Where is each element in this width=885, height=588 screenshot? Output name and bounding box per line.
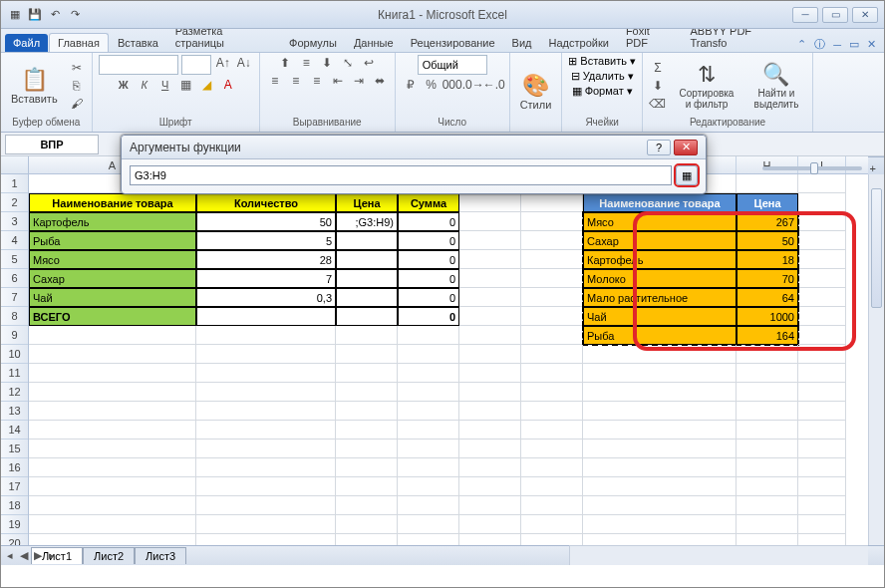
cell[interactable]: ВСЕГО [29, 307, 196, 326]
cell[interactable] [737, 440, 798, 458]
cell[interactable]: Цена [336, 193, 398, 212]
worksheet[interactable]: ABCDEFGHI 123456789101112131415161718192… [1, 156, 884, 565]
vertical-scrollbar[interactable] [868, 174, 884, 545]
cell[interactable]: Сумма [398, 193, 459, 212]
cell[interactable] [196, 515, 336, 534]
cell[interactable] [398, 458, 459, 477]
cell[interactable]: Наименование товара [583, 193, 737, 212]
cell[interactable] [196, 477, 336, 496]
cell[interactable] [798, 269, 846, 288]
cell[interactable]: 0 [398, 212, 459, 231]
cell[interactable] [459, 440, 521, 458]
cell[interactable] [196, 496, 336, 515]
cell[interactable] [336, 231, 398, 250]
cell[interactable]: 70 [737, 269, 798, 288]
cell[interactable] [798, 345, 846, 364]
cell[interactable] [29, 515, 196, 534]
row-header[interactable]: 5 [1, 250, 28, 269]
align-bottom-icon[interactable]: ⬇ [318, 55, 336, 71]
cell[interactable] [196, 421, 336, 440]
cell[interactable]: 28 [196, 250, 336, 269]
cell[interactable] [29, 440, 196, 458]
cell[interactable] [196, 326, 336, 345]
cell[interactable] [798, 174, 846, 193]
cell[interactable] [583, 496, 737, 515]
align-left-icon[interactable]: ≡ [266, 73, 284, 89]
cell[interactable] [398, 421, 459, 440]
cell[interactable] [583, 364, 737, 383]
cell[interactable] [29, 326, 196, 345]
dialog-range-input[interactable] [130, 165, 672, 185]
row-header[interactable]: 4 [1, 231, 28, 250]
row-header[interactable]: 9 [1, 326, 28, 345]
align-center-icon[interactable]: ≡ [287, 73, 305, 89]
cell[interactable] [798, 326, 846, 345]
cell[interactable] [29, 477, 196, 496]
cell[interactable] [583, 440, 737, 458]
cell[interactable] [583, 345, 737, 364]
scrollbar-thumb[interactable] [871, 188, 882, 308]
cell[interactable] [737, 515, 798, 534]
cell[interactable] [459, 458, 521, 477]
doc-restore-icon[interactable]: ▭ [849, 38, 859, 51]
orientation-icon[interactable]: ⤡ [339, 55, 357, 71]
cell[interactable] [459, 496, 521, 515]
clear-icon[interactable]: ⌫ [649, 96, 667, 112]
cell[interactable] [459, 477, 521, 496]
undo-icon[interactable]: ↶ [47, 7, 63, 23]
cell[interactable]: 7 [196, 269, 336, 288]
cell[interactable] [521, 212, 583, 231]
cell[interactable] [196, 458, 336, 477]
row-header[interactable]: 17 [1, 477, 28, 496]
cell[interactable] [398, 326, 459, 345]
cell[interactable]: 18 [737, 250, 798, 269]
underline-icon[interactable]: Ч [156, 77, 174, 93]
cell[interactable] [459, 288, 521, 307]
copy-icon[interactable]: ⎘ [68, 78, 86, 94]
tab-file[interactable]: Файл [5, 34, 48, 52]
sheet-tab-2[interactable]: Лист2 [83, 547, 135, 564]
bold-icon[interactable]: Ж [115, 77, 133, 93]
cell[interactable] [459, 250, 521, 269]
cell[interactable] [29, 402, 196, 421]
cell[interactable] [336, 496, 398, 515]
cell[interactable]: Количество [196, 193, 336, 212]
cell[interactable] [521, 193, 583, 212]
cell[interactable]: 0 [398, 288, 459, 307]
cell[interactable] [459, 212, 521, 231]
cell[interactable] [29, 496, 196, 515]
decrease-decimal-icon[interactable]: ←.0 [485, 77, 503, 93]
cell[interactable] [737, 364, 798, 383]
cell[interactable] [336, 383, 398, 402]
row-header[interactable]: 10 [1, 345, 28, 364]
cell[interactable] [521, 364, 583, 383]
cell[interactable] [336, 269, 398, 288]
maximize-button[interactable]: ▭ [822, 7, 848, 23]
cell[interactable] [521, 440, 583, 458]
cell[interactable] [521, 231, 583, 250]
cell[interactable] [196, 440, 336, 458]
cut-icon[interactable]: ✂ [68, 60, 86, 76]
cell[interactable] [398, 383, 459, 402]
cell[interactable]: 1000 [737, 307, 798, 326]
sheet-nav[interactable]: ◂◀▶▸ [3, 549, 59, 562]
cell[interactable]: Сахар [29, 269, 196, 288]
row-header[interactable]: 7 [1, 288, 28, 307]
cell[interactable] [521, 477, 583, 496]
cell[interactable] [459, 193, 521, 212]
cell[interactable] [521, 269, 583, 288]
cell[interactable] [459, 364, 521, 383]
row-header[interactable]: 3 [1, 212, 28, 231]
minimize-button[interactable]: ─ [792, 7, 818, 23]
cell[interactable] [459, 231, 521, 250]
cell[interactable] [336, 421, 398, 440]
row-header[interactable]: 2 [1, 193, 28, 212]
horizontal-scrollbar[interactable] [569, 545, 868, 565]
cell[interactable] [196, 364, 336, 383]
increase-font-icon[interactable]: A↑ [214, 55, 232, 71]
percent-icon[interactable]: % [423, 77, 441, 93]
save-icon[interactable]: 💾 [27, 7, 43, 23]
cell[interactable] [336, 440, 398, 458]
cell[interactable] [459, 307, 521, 326]
cell[interactable] [459, 402, 521, 421]
